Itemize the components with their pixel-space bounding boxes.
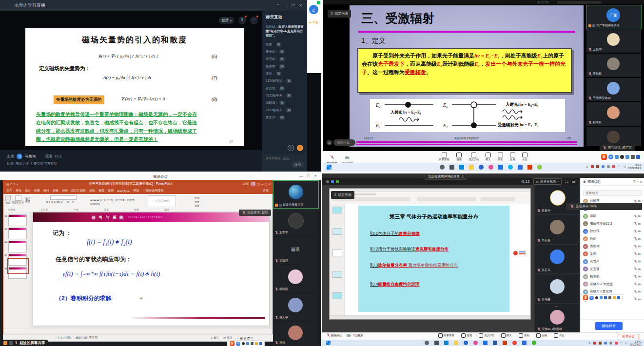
taskbar-app-icon[interactable] [464, 341, 468, 345]
member-row[interactable]: 杨 杨旭凯 [581, 273, 644, 281]
tell-me-search[interactable]: ♀ 操作说明搜索 [143, 189, 163, 193]
ime-mode-icon[interactable]: 中 [608, 154, 613, 159]
member-row[interactable]: 孙 孙磊 [581, 235, 644, 243]
participant-tile[interactable]: 谢天宇 [273, 293, 318, 321]
ppt-user-avatar[interactable]: 赵 [251, 182, 255, 186]
emoji-icon[interactable]: ☺ [327, 140, 332, 145]
ribbon-tab[interactable]: 幻灯片放映 [71, 189, 86, 193]
taskbar-app-icon[interactable] [473, 341, 478, 345]
wifi-icon[interactable]: ◠ [620, 341, 623, 345]
slide-item-4[interactable]: §3.4能量按自由度均分定理 [370, 282, 420, 288]
ppt-window-controls[interactable]: ▢ — ▢ ✕ [257, 182, 271, 186]
paragraph-controls[interactable]: ☰ ☱ ☲ ·≡· 文字方向 · 对齐文本 · 转换为SmartArt · [90, 198, 144, 206]
member-search-input[interactable] [583, 190, 642, 196]
tray-chevron-icon[interactable]: ∧ [588, 341, 591, 345]
ribbon-tab[interactable]: 绘图 [34, 189, 40, 193]
pin-screen-button[interactable]: ⊼ 锁定画面 [331, 191, 354, 199]
camera-off-icon[interactable] [638, 215, 642, 217]
participant-tile[interactable]: 程映秋 [586, 102, 641, 126]
ime-tool-icon[interactable] [620, 155, 624, 159]
participant-tile[interactable]: 吴若兵 [535, 245, 579, 273]
tray-mic-icon[interactable] [602, 165, 605, 168]
taskbar-app-icon[interactable] [537, 165, 542, 170]
participant-tile[interactable]: 杨晓雨 [273, 265, 318, 292]
scroll-chevron-icon[interactable]: ⌄ [555, 304, 558, 308]
slide-item-2[interactable]: §3.2用分子射线实验验证麦克斯韦速度分布 [370, 247, 449, 252]
font-controls[interactable]: B I U S ab 🖉 · Aa · A [46, 200, 74, 203]
taskbar-app-icon[interactable] [493, 341, 497, 345]
mic-muted-icon[interactable] [634, 245, 637, 248]
taskbar-app-icon[interactable] [440, 165, 445, 170]
camera-off-icon[interactable] [638, 238, 642, 240]
layout-button[interactable]: 版式 · [25, 197, 32, 200]
sogou-logo-icon[interactable]: S [583, 295, 588, 300]
ribbon-tab[interactable]: 帮助 [133, 189, 139, 193]
clock[interactable]: 13:41 2022/3/21 [630, 340, 642, 346]
member-row[interactable]: 吴 吴君兵 [581, 258, 644, 266]
mic-muted-icon[interactable] [634, 298, 637, 301]
camera-off-icon[interactable] [638, 290, 642, 293]
toolbar-item[interactable]: 录制 [519, 333, 529, 338]
taskbar-app-icon[interactable] [498, 165, 503, 170]
member-row[interactable]: 石 石敏伟应物21-2 [581, 220, 644, 228]
accessibility-status[interactable]: 辅助功能: 不可用 [76, 336, 98, 340]
camera-off-icon[interactable] [638, 283, 642, 286]
ime-toolbar[interactable]: S 中 [227, 340, 265, 346]
new-slide-button[interactable]: 新建幻灯片 [12, 195, 24, 204]
taskbar-app-icon[interactable] [503, 341, 507, 345]
unmute-button[interactable]: 解除静音 [326, 333, 342, 337]
sogou-logo-icon[interactable]: S [230, 341, 234, 346]
share-button[interactable]: 共享 [263, 189, 269, 193]
ime-mic-icon[interactable] [246, 342, 249, 345]
ribbon-tab[interactable]: 切换 [53, 189, 59, 193]
mic-muted-icon[interactable] [634, 283, 637, 286]
camera-off-icon[interactable] [638, 230, 642, 232]
taskbar-app-icon[interactable] [449, 165, 454, 170]
share-source-pill[interactable] [557, 1, 601, 4]
collapse-icon[interactable]: ‹ [357, 141, 358, 144]
toolbar-item[interactable]: 应用 [510, 153, 515, 161]
tray-icon[interactable] [593, 342, 596, 345]
taskbar-app-icon[interactable] [488, 165, 493, 170]
slide-thumbnail[interactable]: 42 [4, 214, 29, 226]
emoji-icon[interactable]: ☺ [297, 145, 303, 151]
taskbar-app-icon[interactable] [425, 341, 429, 345]
camera-off-icon[interactable] [638, 268, 642, 270]
tray-chevron-icon[interactable]: ∧ [586, 165, 588, 169]
mic-muted-icon[interactable] [634, 268, 637, 270]
participant-tile[interactable]: 于明博应物19 [586, 78, 641, 101]
ime-toolbar[interactable]: S 中 [581, 294, 623, 301]
toolbar-item[interactable]: 应用 [536, 333, 547, 338]
member-row[interactable]: 佳 孙佳伟 [581, 228, 644, 235]
chat-input-hint[interactable]: 说点什么... [333, 139, 355, 146]
notes-toggle[interactable]: ≡ 备注 [211, 336, 219, 340]
toolbar-item[interactable]: 共享屏幕 [438, 333, 454, 338]
browser-logo-icon[interactable]: e [309, 5, 318, 14]
mic-muted-icon[interactable] [634, 200, 637, 203]
browser-extension-icon[interactable] [317, 1, 320, 4]
participant-tile-share[interactable]: 广军 郑广军的屏幕共享 [586, 5, 642, 29]
participant-tile[interactable]: 周悦 [273, 322, 318, 346]
mic-muted-icon[interactable] [634, 215, 637, 218]
fullscreen-button[interactable]: ⛶ [566, 179, 568, 184]
taskbar-app-icon[interactable] [434, 341, 439, 345]
ime-tool-icon[interactable] [595, 296, 598, 299]
wifi-icon[interactable]: ◠ [618, 165, 621, 169]
ime-tool-icon[interactable] [625, 155, 629, 159]
toolbar-item[interactable]: 邀请 [456, 153, 462, 161]
quick-access-toolbar[interactable]: ▤ ↶ ↷ ▾ [6, 182, 18, 186]
ime-tool-icon[interactable] [617, 296, 620, 299]
participant-tile[interactable]: 王磊坤 [586, 29, 641, 53]
toolbar-item[interactable]: 邀请 [461, 333, 472, 338]
quick-chat-bubble[interactable]: ☺ 说点什么... ‹ [327, 139, 358, 146]
taskbar-app-icon[interactable] [522, 341, 527, 345]
panel-header-buttons[interactable]: ❐ ✕ ▤ [633, 180, 643, 183]
camera-off-icon[interactable] [638, 298, 642, 301]
tray-icon[interactable] [615, 342, 618, 345]
bookmark-label[interactable]: ★ 书签 [309, 20, 318, 25]
ime-mic-icon[interactable] [604, 296, 607, 299]
pin-icon[interactable]: ⊼ [462, 175, 464, 178]
toolbar-item[interactable]: 成员(59) [479, 333, 494, 338]
participant-tile[interactable]: ⌄ 应物21-2陈雨桐 [535, 304, 579, 332]
toolbar-item[interactable]: 设置 [522, 153, 527, 161]
